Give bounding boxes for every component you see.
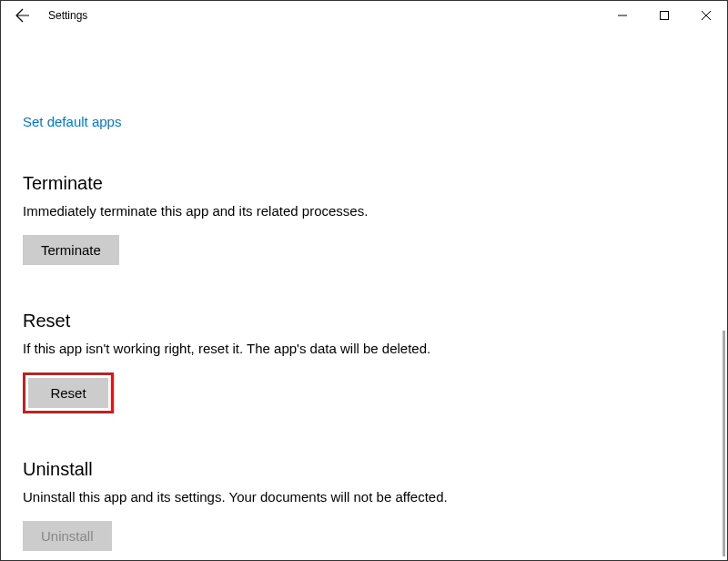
arrow-left-icon bbox=[15, 8, 30, 23]
svg-rect-0 bbox=[661, 12, 669, 20]
close-button[interactable] bbox=[685, 1, 727, 30]
terminate-button[interactable]: Terminate bbox=[23, 235, 119, 265]
reset-highlight: Reset bbox=[23, 372, 114, 413]
maximize-icon bbox=[660, 11, 669, 20]
titlebar: Settings bbox=[1, 1, 727, 30]
scrollbar[interactable] bbox=[723, 331, 725, 556]
terminate-heading: Terminate bbox=[23, 173, 705, 194]
uninstall-description: Uninstall this app and its settings. You… bbox=[23, 489, 705, 505]
maximize-button[interactable] bbox=[643, 1, 685, 30]
terminate-description: Immediately terminate this app and its r… bbox=[23, 203, 705, 219]
set-default-apps-link[interactable]: Set default apps bbox=[23, 114, 121, 129]
uninstall-heading: Uninstall bbox=[23, 459, 705, 480]
content-area: Set default apps Terminate Immediately t… bbox=[1, 30, 727, 560]
reset-button[interactable]: Reset bbox=[28, 378, 108, 408]
minimize-button[interactable] bbox=[602, 1, 643, 30]
window-controls bbox=[602, 1, 727, 30]
reset-heading: Reset bbox=[23, 311, 705, 332]
back-button[interactable] bbox=[8, 1, 37, 30]
close-icon bbox=[702, 11, 711, 20]
uninstall-button: Uninstall bbox=[23, 521, 112, 551]
minimize-icon bbox=[618, 11, 627, 20]
window-title: Settings bbox=[48, 9, 87, 22]
reset-description: If this app isn't working right, reset i… bbox=[23, 341, 705, 356]
